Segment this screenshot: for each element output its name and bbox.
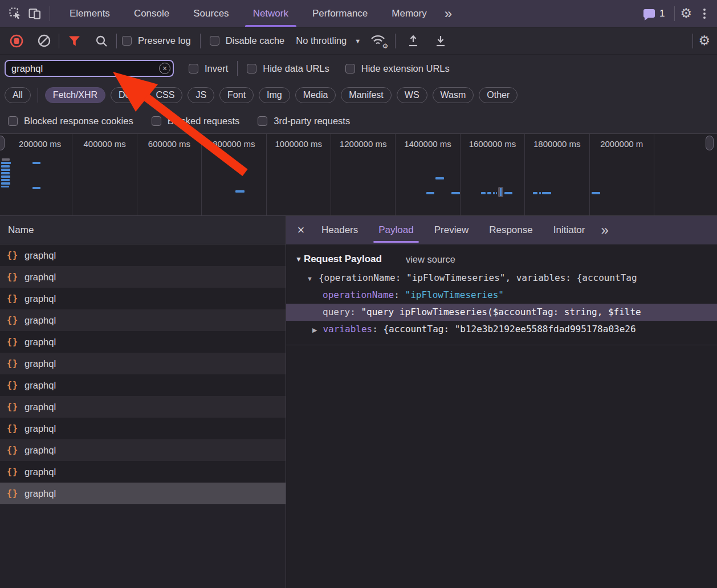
waterfall-bar (1, 182, 10, 185)
waterfall-bar (487, 192, 491, 194)
invert-checkbox[interactable]: Invert (189, 63, 228, 74)
hide-data-urls-checkbox[interactable]: Hide data URLs (247, 63, 329, 74)
network-main-area: Name {} graphql {} graphql {} gr (0, 216, 717, 588)
request-name: graphql (25, 315, 56, 326)
collapse-triangle-icon[interactable]: ▼ (295, 255, 302, 263)
device-toolbar-icon[interactable] (25, 4, 44, 23)
filter-option-label: Blocked requests (168, 116, 240, 126)
filter-chip[interactable]: WS (397, 87, 427, 103)
overview-left-handle[interactable] (0, 136, 5, 150)
panel-tab[interactable]: Performance (300, 0, 380, 27)
detail-tab[interactable]: Headers (311, 216, 368, 244)
variables-line[interactable]: ▶variables: {accountTag: "b12e3b2192ee55… (286, 321, 717, 338)
request-row[interactable]: {} graphql (0, 309, 286, 331)
checkbox[interactable] (210, 36, 219, 46)
filter-chip[interactable]: Media (295, 87, 336, 103)
waterfall-bar (1, 165, 10, 168)
search-icon[interactable] (92, 31, 111, 51)
filter-chip[interactable]: Other (479, 87, 518, 103)
clear-filter-icon[interactable]: × (159, 63, 170, 74)
panel-tab[interactable]: Console (122, 0, 181, 27)
waterfall-bar (1, 169, 10, 171)
import-har-icon[interactable] (404, 31, 423, 51)
payload-divider (286, 345, 717, 345)
checkbox[interactable] (247, 64, 256, 74)
disable-cache-checkbox[interactable]: Disable cache (210, 35, 285, 46)
preserve-log-checkbox[interactable]: Preserve log (122, 35, 191, 46)
json-request-icon: {} (7, 467, 18, 477)
network-settings-gear-icon[interactable]: ⚙ (698, 34, 710, 47)
query-line-highlighted[interactable]: query: "query ipFlowTimeseries($accountT… (286, 304, 717, 321)
divider (200, 34, 201, 48)
payload-preview-line[interactable]: ▼{operationName: "ipFlowTimeseries", var… (286, 270, 717, 287)
chip-list: Fetch/XHRDocCSSJSFontImgMediaManifestWSW… (45, 87, 518, 103)
filter-funnel-icon[interactable] (64, 31, 84, 51)
waterfall-bars (0, 134, 717, 215)
checkbox[interactable] (152, 116, 161, 126)
filter-option-checkbox[interactable]: Blocked requests (152, 116, 240, 126)
overview-right-handle[interactable] (706, 136, 714, 150)
more-detail-tabs-icon[interactable]: » (595, 223, 614, 237)
kebab-menu-icon[interactable] (698, 7, 711, 21)
record-network-log-button[interactable] (7, 31, 26, 51)
json-object-preview: {accountTag: "b12e3b2192ee5588fdad995178… (383, 324, 635, 334)
expand-triangle-icon[interactable]: ▶ (312, 326, 317, 333)
request-row[interactable]: {} graphql (0, 461, 286, 483)
network-filter-input[interactable] (5, 60, 174, 77)
request-payload-section[interactable]: ▼ Request Payload view source (286, 244, 717, 270)
detail-tab[interactable]: Preview (424, 216, 479, 244)
name-column-header[interactable]: Name (0, 216, 286, 244)
close-detail-icon[interactable]: × (291, 224, 311, 236)
request-row[interactable]: {} graphql (0, 396, 286, 418)
console-messages-button[interactable]: 1 (643, 8, 665, 19)
filter-option-checkbox[interactable]: Blocked response cookies (8, 116, 133, 126)
more-panels-icon[interactable]: » (439, 7, 458, 21)
request-row[interactable]: {} graphql (0, 374, 286, 396)
view-source-link[interactable]: view source (406, 254, 455, 265)
hide-extension-urls-checkbox[interactable]: Hide extension URLs (345, 63, 450, 74)
filter-chip[interactable]: Wasm (433, 87, 474, 103)
detail-tab[interactable]: Response (479, 216, 543, 244)
request-row[interactable]: {} graphql (0, 439, 286, 461)
checkbox[interactable] (189, 64, 198, 74)
throttling-select[interactable]: No throttling ▼ (296, 35, 361, 46)
checkbox[interactable] (122, 36, 132, 46)
payload-preview-text: {operationName: "ipFlowTimeseries", vari… (319, 272, 637, 283)
detail-tab[interactable]: Payload (368, 216, 423, 244)
request-row[interactable]: {} graphql (0, 288, 286, 309)
filter-chip[interactable]: Manifest (341, 87, 391, 103)
checkbox[interactable] (258, 116, 267, 126)
settings-gear-icon[interactable]: ⚙ (680, 7, 692, 20)
clear-network-log-button[interactable] (34, 31, 54, 51)
checkbox[interactable] (8, 116, 18, 126)
filter-chip[interactable]: Font (219, 87, 254, 103)
filter-chip[interactable]: CSS (148, 87, 182, 103)
filter-chip-all[interactable]: All (5, 87, 31, 103)
network-overview-timeline[interactable]: 200000 ms 400000 ms 600000 ms 800000 ms … (0, 133, 717, 216)
request-name: graphql (25, 250, 56, 261)
devtools-topbar: ElementsConsoleSourcesNetworkPerformance… (0, 0, 717, 27)
request-row[interactable]: {} graphql (0, 418, 286, 439)
request-row[interactable]: {} graphql (0, 266, 286, 288)
filter-chip[interactable]: Doc (111, 87, 142, 103)
network-conditions-icon[interactable]: ⚙ (370, 34, 387, 48)
panel-tab[interactable]: Sources (181, 0, 241, 27)
detail-tab[interactable]: Initiator (543, 216, 596, 244)
request-row[interactable]: {} graphql (0, 244, 286, 266)
export-har-icon[interactable] (431, 31, 450, 51)
request-row[interactable]: {} graphql (0, 483, 286, 504)
inspect-element-icon[interactable] (6, 4, 25, 23)
filter-chip[interactable]: Img (259, 87, 290, 103)
request-row[interactable]: {} graphql (0, 331, 286, 353)
collapse-triangle-icon[interactable]: ▼ (307, 275, 313, 282)
checkbox[interactable] (345, 64, 355, 74)
panel-tab[interactable]: Memory (380, 0, 438, 27)
json-key: query (323, 307, 350, 317)
filter-chip[interactable]: JS (188, 87, 214, 103)
request-name: graphql (25, 445, 56, 456)
request-row[interactable]: {} graphql (0, 353, 286, 374)
panel-tab[interactable]: Network (241, 0, 300, 27)
filter-chip[interactable]: Fetch/XHR (45, 87, 105, 103)
panel-tab[interactable]: Elements (58, 0, 122, 27)
filter-option-checkbox[interactable]: 3rd-party requests (258, 116, 350, 126)
